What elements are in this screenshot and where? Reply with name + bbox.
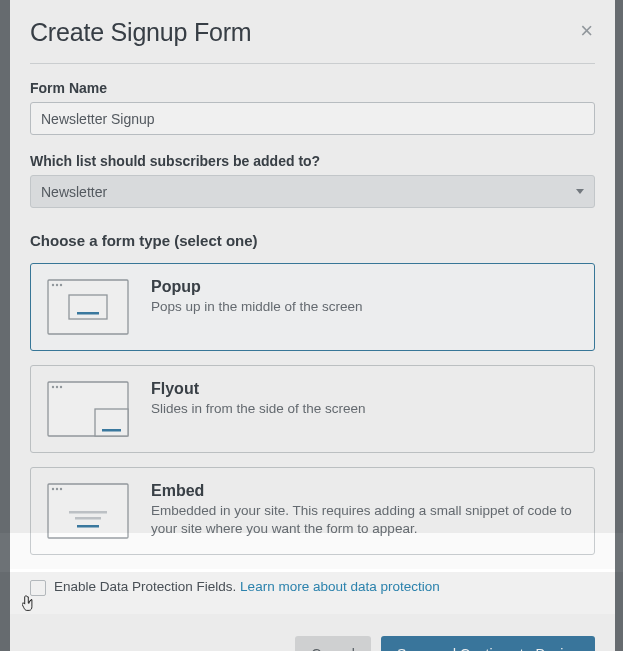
svg-point-1 bbox=[52, 284, 54, 286]
svg-point-2 bbox=[56, 284, 58, 286]
modal-header: Create Signup Form × bbox=[30, 18, 595, 64]
svg-point-13 bbox=[52, 488, 54, 490]
create-signup-form-modal: Create Signup Form × Form Name Which lis… bbox=[10, 0, 615, 651]
svg-rect-11 bbox=[102, 429, 121, 432]
svg-point-14 bbox=[56, 488, 58, 490]
data-protection-checkbox[interactable] bbox=[30, 580, 46, 596]
close-icon[interactable]: × bbox=[578, 18, 595, 44]
data-protection-text: Enable Data Protection Fields. bbox=[54, 579, 240, 594]
data-protection-row: Enable Data Protection Fields. Learn mor… bbox=[10, 569, 615, 614]
chevron-down-icon bbox=[576, 189, 584, 194]
popup-desc: Pops up in the middle of the screen bbox=[151, 298, 578, 316]
modal-footer: Cancel Save and Continue to Design bbox=[30, 614, 595, 651]
popup-title: Popup bbox=[151, 278, 578, 296]
list-select-label: Which list should subscribers be added t… bbox=[30, 153, 595, 169]
cancel-button[interactable]: Cancel bbox=[295, 636, 371, 651]
form-name-input[interactable] bbox=[30, 102, 595, 135]
form-type-option-popup[interactable]: Popup Pops up in the middle of the scree… bbox=[30, 263, 595, 351]
svg-rect-4 bbox=[69, 295, 107, 319]
list-select-value: Newsletter bbox=[41, 184, 107, 200]
flyout-desc: Slides in from the side of the screen bbox=[151, 400, 578, 418]
svg-rect-18 bbox=[77, 525, 99, 528]
form-name-label: Form Name bbox=[30, 80, 595, 96]
svg-point-8 bbox=[56, 386, 58, 388]
data-protection-label: Enable Data Protection Fields. Learn mor… bbox=[54, 579, 440, 594]
embed-icon bbox=[47, 482, 129, 540]
svg-rect-17 bbox=[75, 517, 101, 520]
save-continue-button[interactable]: Save and Continue to Design bbox=[381, 636, 595, 651]
svg-point-3 bbox=[60, 284, 62, 286]
form-type-option-embed[interactable]: Embed Embedded in your site. This requir… bbox=[30, 467, 595, 555]
embed-desc: Embedded in your site. This requires add… bbox=[151, 502, 578, 538]
cursor-pointer-icon bbox=[22, 595, 40, 615]
svg-rect-5 bbox=[77, 312, 99, 315]
data-protection-link[interactable]: Learn more about data protection bbox=[240, 579, 440, 594]
svg-point-7 bbox=[52, 386, 54, 388]
svg-point-15 bbox=[60, 488, 62, 490]
popup-icon bbox=[47, 278, 129, 336]
svg-rect-10 bbox=[95, 409, 128, 436]
flyout-title: Flyout bbox=[151, 380, 578, 398]
svg-rect-16 bbox=[69, 511, 107, 514]
modal-title: Create Signup Form bbox=[30, 18, 252, 47]
svg-point-9 bbox=[60, 386, 62, 388]
embed-title: Embed bbox=[151, 482, 578, 500]
form-type-heading: Choose a form type (select one) bbox=[30, 232, 595, 249]
list-select[interactable]: Newsletter bbox=[30, 175, 595, 208]
flyout-icon bbox=[47, 380, 129, 438]
form-type-option-flyout[interactable]: Flyout Slides in from the side of the sc… bbox=[30, 365, 595, 453]
